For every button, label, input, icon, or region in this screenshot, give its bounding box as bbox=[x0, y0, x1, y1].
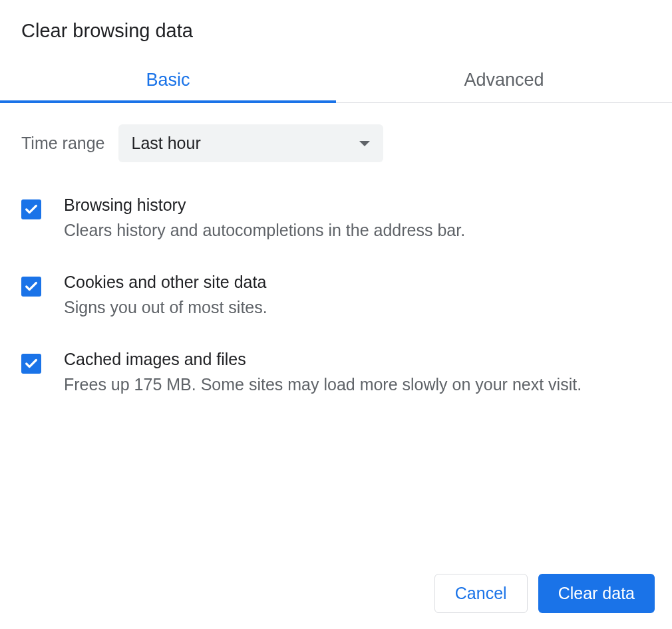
option-title: Cached images and files bbox=[64, 350, 651, 369]
tab-basic[interactable]: Basic bbox=[0, 58, 336, 102]
dialog-content: Time range Last hour Browsing history Cl… bbox=[0, 103, 672, 396]
checkbox-cookies[interactable] bbox=[21, 277, 41, 297]
tab-advanced-label: Advanced bbox=[464, 70, 544, 90]
option-title: Browsing history bbox=[64, 195, 651, 215]
checkmark-icon bbox=[24, 356, 39, 371]
option-text: Cookies and other site data Signs you ou… bbox=[64, 273, 651, 319]
option-text: Cached images and files Frees up 175 MB.… bbox=[64, 350, 651, 396]
option-text: Browsing history Clears history and auto… bbox=[64, 195, 651, 242]
tab-basic-label: Basic bbox=[146, 70, 190, 90]
clear-browsing-data-dialog: Clear browsing data Basic Advanced Time … bbox=[0, 0, 672, 396]
cancel-button[interactable]: Cancel bbox=[434, 574, 528, 613]
checkbox-cached[interactable] bbox=[21, 354, 41, 374]
clear-data-button[interactable]: Clear data bbox=[538, 574, 655, 613]
option-description: Frees up 175 MB. Some sites may load mor… bbox=[64, 373, 651, 396]
time-range-dropdown[interactable]: Last hour bbox=[118, 124, 383, 162]
option-title: Cookies and other site data bbox=[64, 273, 651, 292]
option-description: Clears history and autocompletions in th… bbox=[64, 219, 651, 242]
checkbox-browsing-history[interactable] bbox=[21, 199, 41, 219]
checkmark-icon bbox=[24, 279, 39, 294]
checkmark-icon bbox=[24, 202, 39, 217]
time-range-selected: Last hour bbox=[132, 134, 201, 153]
tab-advanced[interactable]: Advanced bbox=[336, 58, 672, 102]
dialog-title: Clear browsing data bbox=[0, 0, 672, 58]
option-cached: Cached images and files Frees up 175 MB.… bbox=[21, 350, 651, 396]
tabs: Basic Advanced bbox=[0, 58, 672, 103]
time-range-row: Time range Last hour bbox=[21, 124, 651, 162]
dialog-footer: Cancel Clear data bbox=[0, 561, 672, 629]
option-description: Signs you out of most sites. bbox=[64, 296, 651, 319]
option-cookies: Cookies and other site data Signs you ou… bbox=[21, 273, 651, 319]
option-browsing-history: Browsing history Clears history and auto… bbox=[21, 195, 651, 242]
chevron-down-icon bbox=[359, 141, 370, 146]
time-range-label: Time range bbox=[21, 134, 105, 153]
